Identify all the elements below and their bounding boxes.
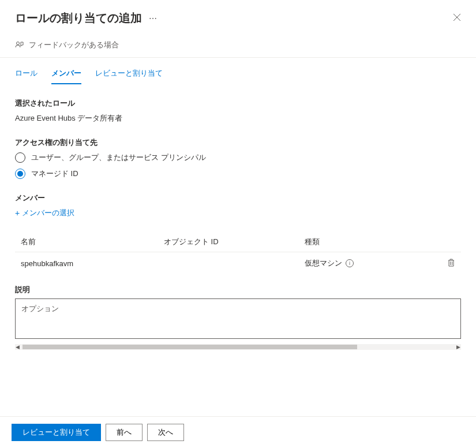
scroll-thumb[interactable] (23, 345, 357, 349)
col-header-objectid: オブジェクト ID (164, 237, 305, 247)
more-icon[interactable]: ⋯ (149, 14, 157, 23)
col-header-name: 名前 (21, 237, 164, 247)
tab-review[interactable]: レビューと割り当て (95, 68, 163, 84)
members-table: 名前 オブジェクト ID 種類 spehubkafkavm 仮想マシン i (15, 232, 461, 274)
prev-button[interactable]: 前へ (106, 424, 143, 441)
cell-type-text: 仮想マシン (305, 258, 342, 268)
radio-circle-icon (15, 152, 25, 163)
description-input[interactable] (15, 298, 461, 339)
tab-members[interactable]: メンバー (51, 68, 81, 84)
plus-icon: + (15, 208, 20, 218)
assign-access-radio-group: ユーザー、グループ、またはサービス プリンシパル マネージド ID (15, 152, 461, 179)
header: ロールの割り当ての追加 ⋯ (0, 0, 476, 34)
info-icon[interactable]: i (346, 259, 354, 267)
cell-name: spehubkafkavm (21, 259, 164, 268)
radio-circle-icon (15, 169, 25, 179)
footer: レビューと割り当て 前へ 次へ (0, 416, 476, 448)
feedback-icon (15, 40, 24, 50)
scroll-right-icon[interactable]: ▶ (456, 344, 461, 350)
svg-point-0 (17, 42, 20, 45)
tabs: ロール メンバー レビューと割り当て (0, 58, 476, 84)
radio-managed-id[interactable]: マネージド ID (15, 169, 461, 179)
table-header: 名前 オブジェクト ID 種類 (15, 232, 461, 252)
delete-icon[interactable] (447, 260, 455, 268)
feedback-bar[interactable]: フィードバックがある場合 (0, 34, 476, 58)
select-members-link[interactable]: + メンバーの選択 (15, 208, 461, 218)
select-members-text: メンバーの選択 (22, 208, 74, 218)
selected-role-value: Azure Event Hubs データ所有者 (15, 113, 461, 124)
feedback-link[interactable]: フィードバックがある場合 (29, 40, 119, 50)
next-button[interactable]: 次へ (147, 424, 184, 441)
cell-type: 仮想マシン i (305, 258, 438, 268)
table-row: spehubkafkavm 仮想マシン i (15, 252, 461, 274)
radio-managed-id-label: マネージド ID (31, 169, 78, 179)
radio-user-group-label: ユーザー、グループ、またはサービス プリンシパル (31, 152, 206, 163)
horizontal-scrollbar[interactable]: ◀ ▶ (15, 344, 461, 350)
description-label: 説明 (15, 285, 461, 295)
col-header-type: 種類 (305, 237, 438, 247)
scroll-left-icon[interactable]: ◀ (15, 344, 20, 350)
selected-role-label: 選択されたロール (15, 98, 461, 109)
review-assign-button[interactable]: レビューと割り当て (12, 424, 101, 441)
page-title: ロールの割り当ての追加 (15, 10, 142, 26)
content: 選択されたロール Azure Event Hubs データ所有者 アクセス権の割… (0, 84, 476, 350)
members-label: メンバー (15, 193, 461, 203)
radio-user-group[interactable]: ユーザー、グループ、またはサービス プリンシパル (15, 152, 461, 163)
tab-role[interactable]: ロール (15, 68, 38, 84)
assign-access-label: アクセス権の割り当て先 (15, 137, 461, 148)
close-icon[interactable] (453, 13, 461, 24)
